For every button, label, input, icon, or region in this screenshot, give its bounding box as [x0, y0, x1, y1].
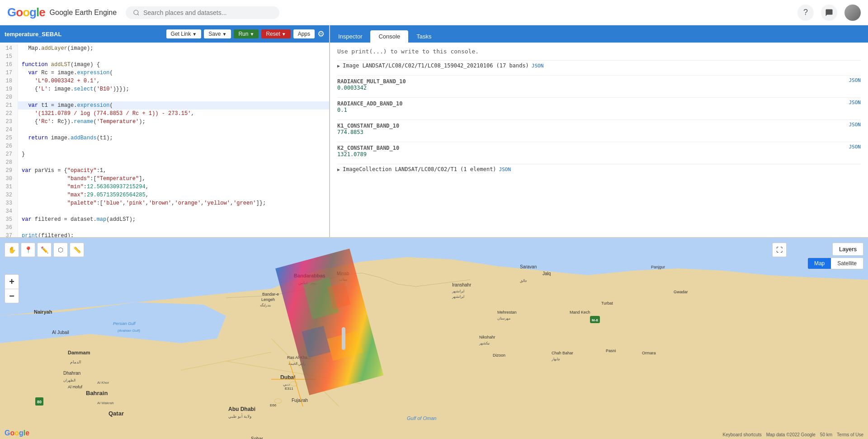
apps-button[interactable]: Apps — [293, 29, 315, 38]
svg-text:ايرانشهر: ايرانشهر — [452, 289, 464, 293]
code-line-28: 28 — [0, 158, 329, 167]
svg-text:Sohar: Sohar — [251, 436, 263, 439]
settings-button[interactable]: ⚙ — [317, 29, 325, 39]
top-header: Google Google Earth Engine ? — [0, 0, 868, 25]
console-entry-image-header[interactable]: ▶ Image LANDSAT/LC08/C02/T1/LC08_159042_… — [337, 62, 861, 69]
tab-inspector[interactable]: Inspector — [330, 30, 370, 43]
code-line-19: 19 {'L': image.select('B10')}}); — [0, 85, 329, 93]
code-line-26: 26 — [0, 142, 329, 150]
svg-text:دبي: دبي — [283, 382, 290, 387]
keyboard-shortcuts[interactable]: Keyboard shortcuts — [723, 432, 762, 437]
expand-triangle-imagecollection: ▶ — [337, 167, 340, 172]
svg-text:Mand Kech: Mand Kech — [570, 310, 590, 315]
code-line-15: 15 — [0, 52, 329, 61]
code-line-14: 14 Map.addLayer(image); — [0, 44, 329, 52]
svg-text:Bahrain: Bahrain — [86, 390, 108, 396]
ruler-button[interactable]: 📏 — [70, 243, 84, 257]
map-type-map-button[interactable]: Map — [808, 258, 831, 269]
code-line-34: 34 — [0, 207, 329, 215]
console-entry-imagecollection-label: ImageCollection LANDSAT/LC08/C02/T1 (1 e… — [343, 166, 496, 172]
code-editor[interactable]: 14 Map.addLayer(image); 15 16 function a… — [0, 43, 329, 237]
console-entry-k2: K2_CONSTANT_BAND_10 1321.0789 JSON — [337, 144, 861, 157]
tab-tasks[interactable]: Tasks — [408, 30, 439, 43]
zoom-out-button[interactable]: − — [5, 289, 19, 303]
code-line-18: 18 'L*0.0003342 + 0.1', — [0, 77, 329, 85]
search-bar[interactable] — [126, 6, 279, 19]
svg-text:Ormara: Ormara — [642, 351, 656, 355]
svg-text:Al Khor: Al Khor — [97, 381, 109, 385]
svg-text:جالق: جالق — [520, 279, 527, 283]
code-line-17: 17 var Rc = image.expression( — [0, 69, 329, 77]
editor-toolbar: temperature_SEBAL Get Link ▼ Save ▼ Run … — [0, 25, 329, 43]
svg-text:الدمام: الدمام — [70, 360, 81, 365]
code-line-36: 36 — [0, 224, 329, 232]
fullscreen-button[interactable]: ⛶ — [772, 243, 787, 257]
console-key-k1: K1_CONSTANT_BAND_10 — [337, 123, 399, 129]
console-json-image[interactable]: JSON — [532, 63, 544, 69]
code-line-24: 24 — [0, 126, 329, 134]
svg-text:Al Jubail: Al Jubail — [52, 330, 69, 335]
svg-text:Dammam: Dammam — [68, 350, 90, 355]
console-json-imagecollection[interactable]: JSON — [499, 167, 511, 172]
save-button[interactable]: Save ▼ — [204, 29, 231, 38]
search-icon — [133, 9, 140, 16]
map-type-satellite-button[interactable]: Satellite — [831, 258, 863, 269]
layers-button[interactable]: Layers — [832, 243, 863, 256]
console-key-k2: K2_CONSTANT_BAND_10 — [337, 145, 399, 151]
svg-text:بندرلنگه: بندرلنگه — [260, 303, 271, 307]
top-split: temperature_SEBAL Get Link ▼ Save ▼ Run … — [0, 25, 868, 238]
tab-console[interactable]: Console — [370, 30, 408, 43]
code-line-21: 21 var t1 = image.expression( — [0, 101, 329, 110]
console-panel: Inspector Console Tasks Use print(...) t… — [330, 25, 868, 237]
console-json-k2[interactable]: JSON — [849, 144, 861, 157]
svg-text:Al Wakrah: Al Wakrah — [97, 401, 114, 405]
svg-text:Abu Dhabi: Abu Dhabi — [228, 406, 255, 412]
hand-tool-button[interactable]: ✋ — [5, 243, 19, 257]
console-json-radiance-mult[interactable]: JSON — [849, 77, 861, 91]
layers-panel: Layers Map Satellite — [807, 243, 863, 269]
code-line-31: 31 "min":12.563630937215294, — [0, 183, 329, 191]
console-tabs: Inspector Console Tasks — [330, 25, 868, 43]
svg-text:Turbat: Turbat — [601, 301, 613, 305]
svg-text:E311: E311 — [285, 387, 293, 391]
code-line-29: 29 var parVis = {"opacity":1, — [0, 167, 329, 175]
svg-text:Nairyah: Nairyah — [34, 309, 52, 315]
logo-area: Google Google Earth Engine — [7, 5, 117, 19]
code-line-33: 33 "palette":['blue','pink','brown','ora… — [0, 199, 329, 207]
svg-text:80: 80 — [37, 400, 42, 404]
map-section[interactable]: Nairyah Al Jubail Dammam الدمام Dhahran … — [0, 238, 868, 439]
reset-button[interactable]: Reset ▼ — [261, 29, 290, 38]
code-line-27: 27 } — [0, 150, 329, 158]
point-tool-button[interactable]: 📍 — [21, 243, 35, 257]
svg-text:نيکشهر: نيکشهر — [479, 341, 490, 345]
map-scale: 50 km — [820, 432, 832, 437]
code-line-30: 30 "bands":["Temperature"], — [0, 175, 329, 183]
map-bottom-info: Keyboard shortcuts Map data ©2022 Google… — [723, 432, 863, 437]
chat-button[interactable] — [821, 5, 837, 21]
svg-text:ولاية أبو ظبي: ولاية أبو ظبي — [228, 413, 251, 419]
svg-text:Lengeh: Lengeh — [261, 297, 275, 302]
console-json-k1[interactable]: JSON — [849, 122, 861, 135]
google-logo-map: Google — [5, 429, 29, 437]
console-entry-imagecollection: ▶ ImageCollection LANDSAT/LC08/C02/T1 (1… — [337, 166, 861, 172]
terms-of-use[interactable]: Terms of Use — [837, 432, 863, 437]
console-entry-imagecollection-header[interactable]: ▶ ImageCollection LANDSAT/LC08/C02/T1 (1… — [337, 166, 861, 172]
help-button[interactable]: ? — [797, 5, 814, 21]
console-value-k2: 1321.0789 — [337, 151, 399, 157]
map-data-credit: Map data ©2022 Google — [766, 432, 816, 437]
svg-text:M-8: M-8 — [592, 318, 598, 322]
svg-text:(Arabian Gulf): (Arabian Gulf) — [118, 329, 140, 333]
svg-line-1 — [137, 14, 139, 15]
draw-shape-button[interactable]: ⬡ — [53, 243, 68, 257]
user-avatar[interactable] — [844, 5, 861, 21]
draw-line-button[interactable]: ✏️ — [37, 243, 52, 257]
zoom-in-button[interactable]: + — [5, 274, 19, 289]
console-json-radiance-add[interactable]: JSON — [849, 100, 861, 113]
run-button[interactable]: Run ▼ — [234, 29, 259, 38]
svg-text:Pasni: Pasni — [606, 348, 616, 353]
console-value-k1: 774.8853 — [337, 129, 399, 135]
expand-triangle-image: ▶ — [337, 63, 340, 68]
get-link-button[interactable]: Get Link ▼ — [166, 29, 202, 38]
search-input[interactable] — [143, 9, 272, 16]
script-title: temperature_SEBAL — [5, 31, 61, 38]
